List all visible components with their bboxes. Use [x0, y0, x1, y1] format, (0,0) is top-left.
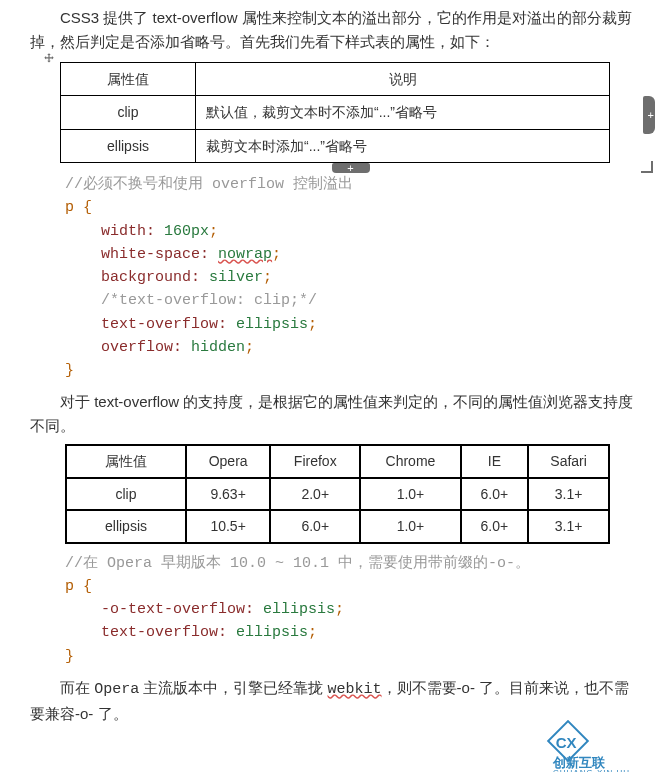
code-prop: background: [101, 269, 200, 286]
code-underlined: nowrap [218, 246, 272, 263]
code-val: nowrap [209, 246, 272, 263]
code-punc: ; [272, 246, 281, 263]
th-value: 属性值 [61, 63, 196, 96]
th: Safari [528, 445, 609, 477]
th: Firefox [270, 445, 360, 477]
th: 属性值 [66, 445, 186, 477]
table-row: ellipsis 10.5+ 6.0+ 1.0+ 6.0+ 3.1+ [66, 510, 609, 542]
resize-handle-icon[interactable] [641, 161, 653, 173]
code-prop: white-space: [101, 246, 209, 263]
code-selector: p [65, 578, 74, 595]
add-column-handle[interactable] [643, 96, 655, 134]
td: 3.1+ [528, 478, 609, 510]
code-val: silver [200, 269, 263, 286]
code-val: ellipsis [227, 316, 308, 333]
td: 6.0+ [461, 478, 529, 510]
th: Opera [186, 445, 270, 477]
inline-code: Opera [94, 681, 139, 698]
th: IE [461, 445, 529, 477]
td: 9.63+ [186, 478, 270, 510]
td: ellipsis [66, 510, 186, 542]
td: 1.0+ [360, 510, 460, 542]
code-val: ellipsis [227, 624, 308, 641]
table-support: 属性值 Opera Firefox Chrome IE Safari clip … [65, 444, 610, 543]
code-punc: ; [209, 223, 218, 240]
code-prop: -o-text-overflow: [101, 601, 254, 618]
logo-icon-text: CX [556, 731, 577, 751]
th: Chrome [360, 445, 460, 477]
code-val: hidden [182, 339, 245, 356]
table-row: ellipsis 裁剪文本时添加“...”省略号 [61, 129, 610, 162]
inline-code: webkit [328, 681, 382, 698]
code-punc: ; [263, 269, 272, 286]
td: 1.0+ [360, 478, 460, 510]
code-val: 160px [155, 223, 209, 240]
code-brace: } [65, 362, 74, 379]
outro-paragraph: 而在 Opera 主流版本中，引擎已经靠拢 webkit，则不需要-o- 了。目… [30, 676, 641, 726]
add-row-handle[interactable] [332, 163, 370, 173]
table-row: clip 默认值，裁剪文本时不添加“...”省略号 [61, 96, 610, 129]
code-comment: /*text-overflow: clip;*/ [101, 292, 317, 309]
code-punc: ; [335, 601, 344, 618]
code-prop: overflow: [101, 339, 182, 356]
code-prop: text-overflow: [101, 316, 227, 333]
code-block-2: //在 Opera 早期版本 10.0 ~ 10.1 中，需要使用带前缀的-o-… [65, 552, 641, 668]
code-val: ellipsis [254, 601, 335, 618]
intro-paragraph: CSS3 提供了 text-overflow 属性来控制文本的溢出部分，它的作用… [30, 6, 641, 54]
move-handle-icon[interactable] [42, 52, 56, 66]
table-header-row: 属性值 Opera Firefox Chrome IE Safari [66, 445, 609, 477]
table-header-row: 属性值 说明 [61, 63, 610, 96]
td: clip [66, 478, 186, 510]
watermark-logo: CX 创新互联 CHUANG XIN HU LIAN [553, 726, 653, 752]
code-comment: //在 Opera 早期版本 10.0 ~ 10.1 中，需要使用带前缀的-o-… [65, 555, 530, 572]
td: 10.5+ [186, 510, 270, 542]
td: 6.0+ [270, 510, 360, 542]
td-desc: 裁剪文本时添加“...”省略号 [196, 129, 610, 162]
code-punc: ; [245, 339, 254, 356]
code-block-1: //必须不换号和使用 overflow 控制溢出 p { width: 160p… [65, 173, 641, 382]
support-paragraph: 对于 text-overflow 的支持度，是根据它的属性值来判定的，不同的属性… [30, 390, 641, 438]
td: 3.1+ [528, 510, 609, 542]
code-comment: //必须不换号和使用 overflow 控制溢出 [65, 176, 353, 193]
td: 6.0+ [461, 510, 529, 542]
table-properties: 属性值 说明 clip 默认值，裁剪文本时不添加“...”省略号 ellipsi… [60, 62, 610, 163]
code-brace: { [83, 578, 92, 595]
th-desc: 说明 [196, 63, 610, 96]
td: 2.0+ [270, 478, 360, 510]
code-punc: ; [308, 316, 317, 333]
td-value: clip [61, 96, 196, 129]
code-brace: { [83, 199, 92, 216]
table-properties-wrap: 属性值 说明 clip 默认值，裁剪文本时不添加“...”省略号 ellipsi… [60, 62, 641, 163]
code-prop: width: [101, 223, 155, 240]
td-value: ellipsis [61, 129, 196, 162]
code-selector: p [65, 199, 74, 216]
code-prop: text-overflow: [101, 624, 227, 641]
td-desc: 默认值，裁剪文本时不添加“...”省略号 [196, 96, 610, 129]
table-row: clip 9.63+ 2.0+ 1.0+ 6.0+ 3.1+ [66, 478, 609, 510]
code-brace: } [65, 648, 74, 665]
code-punc: ; [308, 624, 317, 641]
